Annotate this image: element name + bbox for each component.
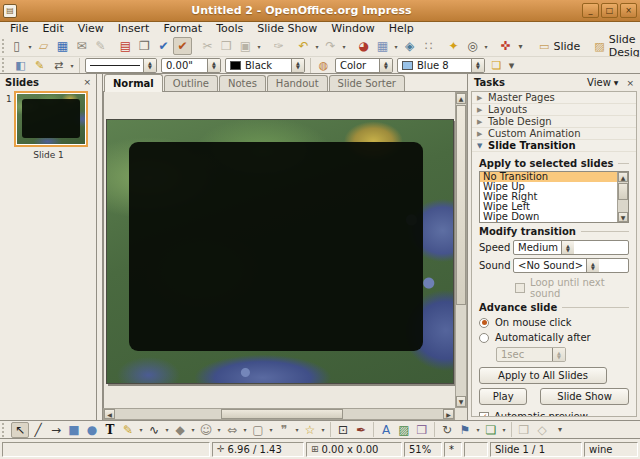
menu-help[interactable]: Help	[382, 22, 421, 36]
arrange-dropdown-arrow[interactable]: ▾	[500, 426, 508, 433]
rotate-tool-icon[interactable]: ↻	[438, 422, 456, 438]
arrange-icon[interactable]: ❏	[482, 422, 500, 438]
slide-page[interactable]	[106, 119, 454, 384]
section-master-pages[interactable]: ▶Master Pages	[472, 92, 636, 104]
document-as-email-icon[interactable]: ✉	[72, 37, 91, 55]
callout-shapes-dropdown-arrow[interactable]: ▾	[293, 426, 301, 433]
connector-tool-icon[interactable]: ∿	[145, 422, 163, 438]
toolbar-grip[interactable]	[2, 58, 8, 72]
area-style-icon[interactable]: ◍	[314, 58, 333, 73]
scroll-down-icon[interactable]: ▼	[618, 212, 628, 222]
export-pdf-icon[interactable]: ▤	[116, 37, 135, 55]
undo-dropdown-arrow[interactable]: ▾	[313, 43, 321, 50]
undo-icon[interactable]: ↶	[294, 37, 313, 55]
fontwork-gallery-icon[interactable]: A	[377, 422, 395, 438]
toolbar-grip[interactable]	[2, 39, 4, 53]
spellcheck-icon[interactable]: ✔	[154, 37, 173, 55]
vertical-scroll-thumb[interactable]	[456, 105, 466, 305]
glue-points-icon[interactable]: ✒	[352, 422, 370, 438]
zoom-level[interactable]: 51%	[404, 442, 442, 457]
speed-select[interactable]: Medium ▲▼	[513, 240, 629, 255]
star-shapes-icon[interactable]: ☆	[301, 422, 319, 438]
tab-slide-sorter[interactable]: Slide Sorter	[329, 75, 405, 91]
stepper-icon[interactable]: ▲▼	[586, 259, 599, 272]
toolbar-options-icon[interactable]: ▾	[515, 37, 526, 55]
zoom-icon[interactable]: ◎	[463, 37, 482, 55]
callout-shapes-icon[interactable]: ❞	[275, 422, 293, 438]
section-table-design[interactable]: ▶Table Design	[472, 116, 636, 128]
line-toolbar-options-icon[interactable]: ▾	[506, 58, 517, 73]
stepper-icon[interactable]: ▲▼	[471, 59, 484, 72]
star-shapes-dropdown-arrow[interactable]: ▾	[319, 426, 327, 433]
navigator-icon[interactable]: ✦	[444, 37, 463, 55]
on-mouse-click-radio[interactable]	[479, 318, 489, 328]
paste-dropdown-arrow[interactable]: ▾	[255, 43, 263, 50]
line-properties-icon[interactable]: ✎	[30, 58, 49, 73]
slide-show-button[interactable]: Slide Show	[540, 388, 629, 405]
connector-tool-dropdown-arrow[interactable]: ▾	[163, 426, 171, 433]
title-bar[interactable]: ▤ Untitled 2 - OpenOffice.org Impress _□…	[0, 0, 640, 22]
stepper-icon[interactable]: ▲▼	[143, 59, 156, 72]
section-slide-transition[interactable]: ▼Slide Transition	[472, 140, 636, 152]
menu-slide-show[interactable]: Slide Show	[250, 22, 324, 36]
line-width-spinner[interactable]: 0.00"▲▼	[161, 58, 221, 73]
slide-thumbnail[interactable]	[14, 91, 88, 147]
insert-slide-button[interactable]: ▭Slide	[532, 37, 587, 55]
minimize-button[interactable]: _	[582, 3, 599, 18]
menu-insert[interactable]: Insert	[111, 22, 157, 36]
tab-handout[interactable]: Handout	[267, 75, 328, 91]
zoom-dropdown-arrow[interactable]: ▾	[482, 43, 490, 50]
select-tool-icon[interactable]: ↖	[11, 422, 29, 438]
automatically-after-radio[interactable]	[479, 333, 489, 343]
close-button[interactable]: ×	[620, 3, 637, 18]
vertical-scrollbar[interactable]: ▲ ▼	[455, 92, 467, 408]
drawing-toolbar-options-icon[interactable]: ▾	[551, 422, 569, 438]
curve-tool-dropdown-arrow[interactable]: ▾	[137, 426, 145, 433]
section-layouts[interactable]: ▶Layouts	[472, 104, 636, 116]
flowchart-shapes-icon[interactable]: ▢	[249, 422, 267, 438]
scroll-right-icon[interactable]: ▶	[443, 409, 454, 419]
text-tool-icon[interactable]: T	[101, 422, 119, 438]
new-document-icon[interactable]: ▯	[7, 37, 26, 55]
toolbar-grip[interactable]	[2, 423, 8, 437]
horizontal-scrollbar[interactable]: ◀ ▶	[103, 408, 455, 420]
slide-design-button[interactable]: ▨Slide Design	[587, 37, 640, 55]
rectangle-tool-icon[interactable]: ■	[65, 422, 83, 438]
styles-window-icon[interactable]: ◧	[11, 58, 30, 73]
print-icon[interactable]: ❐	[135, 37, 154, 55]
list-scrollbar[interactable]: ▲ ▼	[617, 172, 628, 222]
alignment-icon[interactable]: ⚑	[456, 422, 474, 438]
menu-view[interactable]: View	[71, 22, 111, 36]
transition-option[interactable]: Wipe Down	[480, 212, 628, 222]
tab-outline[interactable]: Outline	[164, 75, 218, 91]
automatic-preview-checkbox[interactable]: ✓	[479, 412, 489, 418]
scroll-up-icon[interactable]: ▲	[456, 93, 466, 104]
fill-type-select[interactable]: Color▲▼	[335, 58, 393, 73]
symbol-shapes-icon[interactable]: ☺	[197, 422, 215, 438]
list-scroll-thumb[interactable]	[618, 183, 628, 200]
menu-file[interactable]: File	[3, 22, 35, 36]
scroll-left-icon[interactable]: ◀	[104, 409, 115, 419]
display-grid-icon[interactable]: ∷	[419, 37, 438, 55]
section-custom-animation[interactable]: ▶Custom Animation	[472, 128, 636, 140]
menu-edit[interactable]: Edit	[35, 22, 70, 36]
line-style-select[interactable]: ▲▼	[85, 58, 157, 73]
save-icon[interactable]: ▦	[53, 37, 72, 55]
hyperlink-icon[interactable]: ◈	[400, 37, 419, 55]
stepper-icon[interactable]: ▲▼	[379, 59, 392, 72]
basic-shapes-icon[interactable]: ◆	[171, 422, 189, 438]
flowchart-shapes-dropdown-arrow[interactable]: ▾	[267, 426, 275, 433]
close-icon[interactable]: ×	[83, 77, 91, 87]
menu-tools[interactable]: Tools	[209, 22, 250, 36]
stepper-icon[interactable]: ▲▼	[291, 59, 304, 72]
stepper-icon[interactable]: ▲▼	[561, 241, 574, 254]
edit-points-icon[interactable]: ⊡	[334, 422, 352, 438]
close-icon[interactable]: ×	[626, 78, 634, 88]
insert-picture-icon[interactable]: ▨	[395, 422, 413, 438]
menu-format[interactable]: Format	[156, 22, 209, 36]
symbol-shapes-dropdown-arrow[interactable]: ▾	[215, 426, 223, 433]
auto-spellcheck-icon[interactable]: ✔	[173, 37, 192, 55]
tab-notes[interactable]: Notes	[219, 75, 266, 91]
block-arrows-icon[interactable]: ⇔	[223, 422, 241, 438]
insert-chart-icon[interactable]: ◕	[354, 37, 373, 55]
